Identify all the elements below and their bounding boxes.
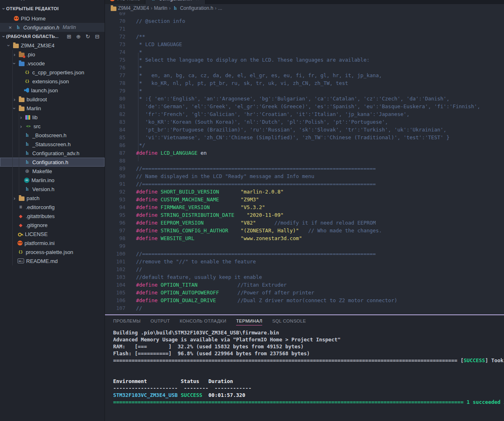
- tree-item-extensions-json[interactable]: extensions.json: [0, 77, 105, 86]
- code-line: 80 * :{ 'en':'English', 'an':'Aragonese'…: [105, 95, 504, 102]
- collapse-all-button[interactable]: ⊟: [94, 33, 100, 40]
- refresh-button[interactable]: ↻: [85, 33, 91, 40]
- tree-item-patch[interactable]: patch: [0, 194, 105, 203]
- breadcrumb-item[interactable]: ...: [218, 5, 222, 11]
- open-editors-header[interactable]: ОТКРЫТЫЕ РЕДАКТОРЫ: [0, 3, 105, 14]
- line-number: 81: [105, 102, 125, 110]
- line-number: 94: [105, 203, 125, 211]
- tree-item-process-palette-json[interactable]: process-palette.json: [0, 247, 105, 256]
- editor-tab-configuration-h[interactable]: Configuration.h×: [145, 0, 205, 4]
- tree-item-marlin[interactable]: Marlin: [0, 104, 105, 113]
- code-line: 82 'fr':'French', 'gl':'Galician', 'hr':…: [105, 110, 504, 118]
- key-icon: [18, 232, 23, 237]
- panel-tab-консоль-отладки[interactable]: КОНСОЛЬ ОТЛАДКИ: [180, 315, 226, 327]
- json-icon: [18, 249, 24, 255]
- vscode-window: ПРОВОДНИК ОТКРЫТЫЕ РЕДАКТОРЫ PIO Home×Co…: [0, 0, 504, 421]
- tree-item-readme-md[interactable]: README.md: [0, 256, 105, 265]
- breadcrumb-item[interactable]: Marlin: [154, 5, 167, 11]
- tree-item--editorconfig[interactable]: .editorconfig: [0, 203, 105, 212]
- line-number: 95: [105, 211, 125, 219]
- code-line: 94#define FIRMWARE_VERSION "V5.3.2": [105, 203, 504, 211]
- git-icon: [18, 213, 24, 219]
- h-icon: [24, 150, 30, 156]
- panel-tab-output[interactable]: OUTPUT: [150, 315, 170, 327]
- tree-item-label: Marlin: [27, 105, 41, 111]
- line-number: 69: [105, 12, 125, 17]
- tree-item--statusscreen-h[interactable]: _Statusscreen.h: [0, 140, 105, 149]
- line-number: 75: [105, 56, 125, 64]
- tree-item-configuration-h[interactable]: Configuration.h: [0, 158, 105, 167]
- code-editor[interactable]: 6970// @section info7172/**73 * LCD LANG…: [105, 12, 504, 314]
- tree-item-label: Z9M4_ZM3E4: [21, 42, 54, 49]
- pio-icon: [110, 0, 115, 1]
- tree-item--gitignore[interactable]: .gitignore: [0, 221, 105, 229]
- line-number: 86: [105, 141, 125, 149]
- tree-item--vscode[interactable]: .vscode: [0, 59, 105, 68]
- tree-item--gitattributes[interactable]: .gitattributes: [0, 212, 105, 221]
- tree-item-lib[interactable]: lib: [0, 113, 105, 122]
- line-number: 100: [105, 250, 125, 258]
- tree-item-label: Configuration_adv.h: [32, 150, 79, 156]
- tree-item-launch-json[interactable]: launch.json: [0, 86, 105, 95]
- code-text: 'de':'German', 'el':'Greek', 'el_gr':'Gr…: [136, 102, 480, 110]
- line-number: 93: [105, 196, 125, 203]
- code-line: 102//: [105, 265, 504, 273]
- code-line: 85 'vi':'Vietnamese', 'zh_CN':'Chinese (…: [105, 134, 504, 141]
- close-icon[interactable]: ×: [194, 0, 200, 2]
- tree-item--pio[interactable]: .pio: [0, 50, 105, 59]
- code-text: *: [136, 48, 142, 56]
- breadcrumb-item[interactable]: Z9M4_ZM3E4: [111, 5, 149, 11]
- panel-tab-sql-console[interactable]: SQL CONSOLE: [272, 315, 306, 327]
- editor-tab-pio-home[interactable]: PIO Home: [105, 0, 145, 4]
- code-text: //======================================…: [136, 180, 376, 188]
- code-line: 77 * en, an, bg, ca, cz, da, de, el, el_…: [105, 71, 504, 79]
- code-text: #define OPTION_AUTOPOWEROFF //Power off …: [136, 289, 314, 296]
- tree-item-label: README.md: [26, 258, 58, 264]
- workspace-header[interactable]: (РАБОЧАЯ ОБЛАСТЬ... ⊞⊕↻⊟: [0, 32, 105, 41]
- tree-item-license[interactable]: LICENSE: [0, 229, 105, 238]
- file-label: Configuration.h: [23, 25, 59, 31]
- new-folder-button[interactable]: ⊕: [75, 33, 82, 40]
- tab-label: PIO Home: [117, 0, 140, 2]
- panel-tab-проблемы[interactable]: ПРОБЛЕМЫ: [113, 315, 140, 327]
- breadcrumb-item[interactable]: Configuration.h: [172, 5, 213, 11]
- tree-item-c-cpp-properties-json[interactable]: c_cpp_properties.json: [0, 68, 105, 77]
- pio-icon: [14, 16, 19, 21]
- code-line: 97#define STRING_CONFIG_H_AUTHOR "(ZONES…: [105, 227, 504, 234]
- terminal-line: [113, 371, 504, 378]
- tree-item-version-h[interactable]: Version.h: [0, 185, 105, 194]
- explorer-title: ПРОВОДНИК: [0, 0, 105, 3]
- terminal-output[interactable]: Building .pio\build\STM32F103VC_ZM3E4_US…: [105, 327, 504, 405]
- code-text: #define FIRMWARE_VERSION "V5.3.2": [136, 203, 265, 211]
- tree-item-src[interactable]: src: [0, 122, 105, 131]
- open-editor-configuration-h[interactable]: ×Configuration.hMarlin: [0, 23, 105, 32]
- tree-item-buildroot[interactable]: buildroot: [0, 95, 105, 104]
- code-text: #define EEPROM_VERSION "V82" //modify it…: [136, 219, 376, 227]
- close-icon[interactable]: ×: [7, 25, 13, 31]
- tree-item-label: src: [33, 123, 40, 129]
- line-number: 101: [105, 258, 125, 265]
- tree-item-label: launch.json: [31, 87, 58, 94]
- tree-item-makefile[interactable]: Makefile: [0, 167, 105, 176]
- code-line: 107//: [105, 304, 504, 312]
- code-line: 86 */: [105, 141, 504, 149]
- folder-icon: [19, 53, 25, 57]
- h-icon: [172, 5, 178, 11]
- folder-icon: [13, 44, 19, 48]
- tree-item-configuration-adv-h[interactable]: Configuration_adv.h: [0, 149, 105, 158]
- terminal-line: Advanced Memory Usage is available via "…: [113, 336, 504, 343]
- tree-item-z9m4-zm3e4[interactable]: Z9M4_ZM3E4: [0, 41, 105, 50]
- code-line: 91//====================================…: [105, 180, 504, 188]
- breadcrumb: Z9M4_ZM3E4›Marlin›Configuration.h›...: [105, 4, 504, 12]
- tree-item-platformio-ini[interactable]: platformio.ini: [0, 238, 105, 247]
- code-text: */: [136, 141, 145, 149]
- tree-item-label: extensions.json: [32, 78, 69, 85]
- new-file-button[interactable]: ⊞: [66, 33, 72, 40]
- open-editor-pio-home[interactable]: PIO Home: [0, 14, 105, 23]
- panel-tab-терминал[interactable]: ТЕРМИНАЛ: [236, 315, 262, 327]
- line-number: 71: [105, 25, 125, 33]
- tree-item--bootscreen-h[interactable]: _Bootscreen.h: [0, 131, 105, 140]
- line-number: 70: [105, 17, 125, 25]
- tree-item-marlin-ino[interactable]: Marlin.ino: [0, 176, 105, 185]
- breadcrumb-label: Configuration.h: [180, 5, 213, 11]
